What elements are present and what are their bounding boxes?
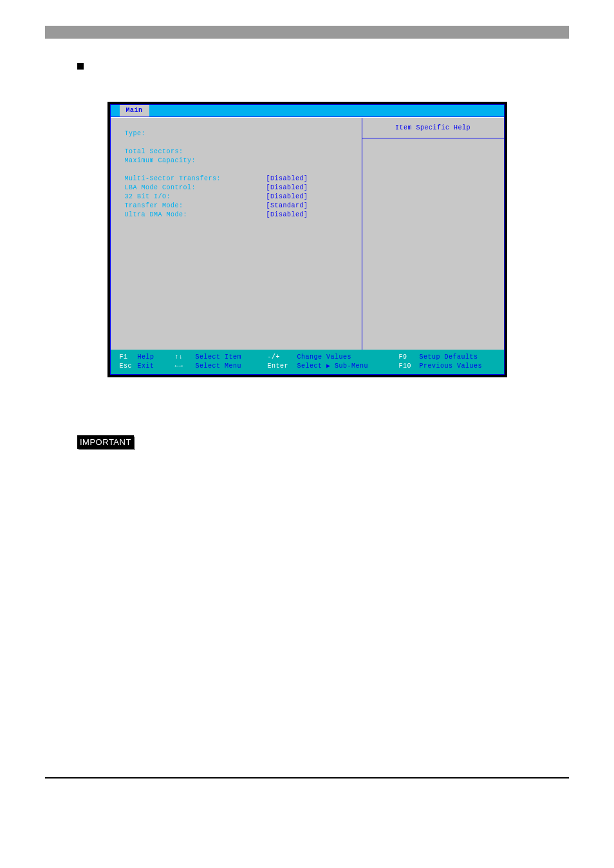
field-type[interactable]: Type:	[125, 129, 266, 138]
field-multi-sector-transfers[interactable]: Multi-Sector Transfers:	[125, 175, 266, 184]
field-ultra-dma-mode[interactable]: Ultra DMA Mode:	[125, 211, 266, 220]
key-esc: Esc	[120, 362, 138, 371]
bios-left-panel: Type: Total Sectors: Maximum Capacity: M…	[111, 118, 362, 350]
key-f1: F1	[120, 353, 138, 362]
label-select-submenu: Select ▶ Sub-Menu	[297, 362, 399, 371]
value-transfer-mode[interactable]: [Standard]	[266, 202, 308, 211]
field-32-bit-io[interactable]: 32 Bit I/O:	[125, 193, 266, 202]
label-help: Help	[138, 353, 175, 362]
label-select-item: Select Item	[196, 353, 268, 362]
key-updown-icon: ↑↓	[175, 353, 196, 362]
key-f9: F9	[399, 353, 420, 362]
tab-main[interactable]: Main	[120, 105, 149, 117]
key-leftright-icon: ←→	[175, 362, 196, 371]
bullet-square-icon	[77, 63, 84, 70]
label-setup-defaults: Setup Defaults	[420, 353, 478, 362]
section-marker	[77, 61, 614, 70]
value-ultra-dma-mode[interactable]: [Disabled]	[266, 211, 308, 220]
key-f10: F10	[399, 362, 420, 371]
label-select-menu: Select Menu	[196, 362, 268, 371]
page-footer-line	[45, 777, 569, 780]
key-enter: Enter	[268, 362, 297, 371]
help-panel: Item Specific Help	[362, 118, 504, 350]
label-exit: Exit	[138, 362, 175, 371]
value-32-bit-io[interactable]: [Disabled]	[266, 193, 308, 202]
field-transfer-mode[interactable]: Transfer Mode:	[125, 202, 266, 211]
field-maximum-capacity: Maximum Capacity:	[125, 156, 266, 165]
value-lba-mode-control[interactable]: [Disabled]	[266, 184, 308, 193]
field-lba-mode-control[interactable]: LBA Mode Control:	[125, 184, 266, 193]
page-header-bar	[45, 26, 569, 39]
bios-footer: F1 Help ↑↓ Select Item -/+ Change Values…	[111, 350, 504, 374]
label-previous-values: Previous Values	[420, 362, 483, 371]
key-plusminus: -/+	[268, 353, 297, 362]
bios-window: Main Type: Total Sectors: Maximum Capaci…	[107, 102, 507, 377]
help-panel-title: Item Specific Help	[362, 118, 504, 138]
label-change-values: Change Values	[297, 353, 399, 362]
bios-content: Type: Total Sectors: Maximum Capacity: M…	[111, 117, 504, 350]
field-total-sectors: Total Sectors:	[125, 147, 266, 156]
important-badge: IMPORTANT	[77, 435, 134, 449]
bios-titlebar: Main	[111, 105, 504, 117]
value-multi-sector-transfers[interactable]: [Disabled]	[266, 175, 308, 184]
